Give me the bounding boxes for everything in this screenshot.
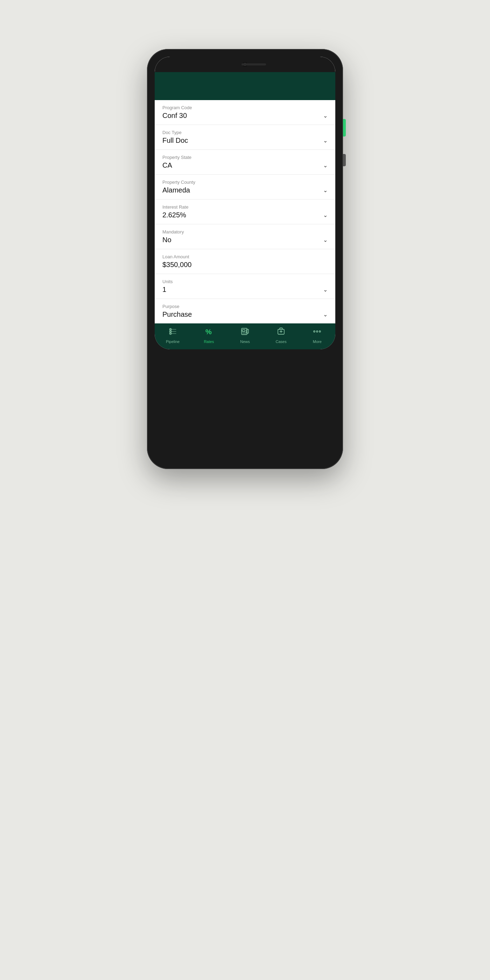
news-icon <box>240 327 250 338</box>
chevron-down-icon: ⌄ <box>323 137 328 144</box>
app-header <box>155 72 335 88</box>
phone-frame: Program CodeConf 30⌄Doc TypeFull Doc⌄Pro… <box>147 49 343 469</box>
fields-card: Program CodeConf 30⌄Doc TypeFull Doc⌄Pro… <box>155 100 335 323</box>
svg-text:%: % <box>205 328 212 336</box>
rates-icon: % <box>204 327 213 338</box>
field-label-1: Doc Type <box>162 130 328 135</box>
field-label-8: Purpose <box>162 304 328 309</box>
chevron-down-icon: ⌄ <box>323 112 328 119</box>
phone-screen: Program CodeConf 30⌄Doc TypeFull Doc⌄Pro… <box>155 57 335 349</box>
field-row-property-state[interactable]: Property StateCA⌄ <box>155 150 335 175</box>
field-label-0: Program Code <box>162 105 328 110</box>
back-button[interactable] <box>162 78 164 81</box>
field-row-interest-rate[interactable]: Interest Rate2.625%⌄ <box>155 199 335 224</box>
field-label-6: Loan Amount <box>162 254 328 259</box>
field-value-2: CA <box>162 161 172 169</box>
nav-item-news[interactable]: News <box>233 327 257 344</box>
chevron-down-icon: ⌄ <box>323 237 328 243</box>
cases-icon <box>277 327 286 338</box>
svg-rect-11 <box>247 329 248 333</box>
more-icon <box>313 327 321 338</box>
field-label-3: Property County <box>162 180 328 185</box>
nav-item-pipeline[interactable]: Pipeline <box>161 327 185 344</box>
svg-point-13 <box>313 331 315 332</box>
pipeline-icon <box>169 327 177 338</box>
field-value-1: Full Doc <box>162 137 188 145</box>
field-value-0: Conf 30 <box>162 111 187 120</box>
nav-item-more[interactable]: More <box>305 327 329 344</box>
chevron-down-icon: ⌄ <box>323 212 328 218</box>
nav-label-pipeline: Pipeline <box>166 339 180 344</box>
chevron-down-icon: ⌄ <box>323 187 328 194</box>
field-row-mandatory[interactable]: MandatoryNo⌄ <box>155 224 335 249</box>
field-row-purpose[interactable]: PurposePurchase⌄ <box>155 299 335 323</box>
nav-label-news: News <box>240 339 250 344</box>
chevron-down-icon: ⌄ <box>323 286 328 293</box>
svg-rect-8 <box>242 330 245 331</box>
field-row-units[interactable]: Units1⌄ <box>155 274 335 299</box>
nav-label-rates: Rates <box>204 339 214 344</box>
field-value-3: Alameda <box>162 186 190 194</box>
svg-point-14 <box>317 331 318 332</box>
phone-speaker <box>242 64 266 65</box>
side-button-power <box>343 154 346 166</box>
nav-label-more: More <box>313 339 321 344</box>
field-value-8: Purchase <box>162 310 192 318</box>
loan-section-header <box>155 88 335 100</box>
nav-item-rates[interactable]: %Rates <box>197 327 221 344</box>
nav-item-cases[interactable]: Cases <box>269 327 293 344</box>
field-value-5: No <box>162 236 172 244</box>
field-row-doc-type[interactable]: Doc TypeFull Doc⌄ <box>155 125 335 150</box>
page-wrapper: Program CodeConf 30⌄Doc TypeFull Doc⌄Pro… <box>0 0 490 980</box>
field-value-4: 2.625% <box>162 211 186 219</box>
svg-point-15 <box>319 331 321 332</box>
side-button-volume <box>343 119 346 137</box>
field-value-6: $350,000 <box>162 261 191 269</box>
field-label-4: Interest Rate <box>162 204 328 210</box>
chevron-down-icon: ⌄ <box>323 162 328 169</box>
field-label-5: Mandatory <box>162 229 328 234</box>
bottom-nav: Pipeline%RatesNewsCasesMore <box>155 323 335 349</box>
field-row-property-county[interactable]: Property CountyAlameda⌄ <box>155 175 335 199</box>
phone-notch <box>155 57 335 72</box>
field-value-7: 1 <box>162 286 166 294</box>
field-label-2: Property State <box>162 155 328 160</box>
field-row-program-code[interactable]: Program CodeConf 30⌄ <box>155 100 335 125</box>
nav-label-cases: Cases <box>276 339 286 344</box>
field-row-loan-amount: Loan Amount$350,000 <box>155 249 335 274</box>
field-label-7: Units <box>162 279 328 284</box>
chevron-down-icon: ⌄ <box>323 311 328 318</box>
